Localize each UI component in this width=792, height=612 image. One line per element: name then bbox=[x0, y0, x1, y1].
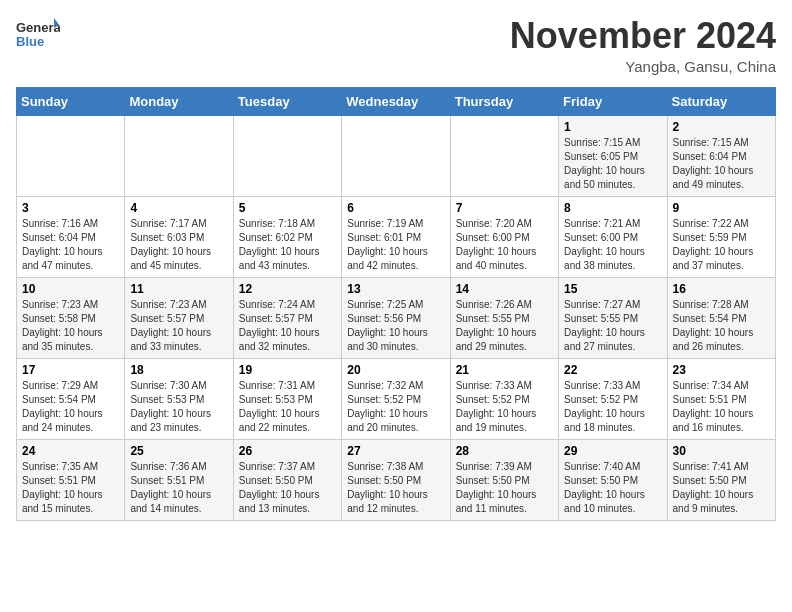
day-number: 14 bbox=[456, 282, 553, 296]
day-info: Sunrise: 7:23 AM Sunset: 5:57 PM Dayligh… bbox=[130, 298, 227, 354]
calendar-cell: 27Sunrise: 7:38 AM Sunset: 5:50 PM Dayli… bbox=[342, 439, 450, 520]
calendar-cell bbox=[233, 115, 341, 196]
day-info: Sunrise: 7:23 AM Sunset: 5:58 PM Dayligh… bbox=[22, 298, 119, 354]
day-info: Sunrise: 7:16 AM Sunset: 6:04 PM Dayligh… bbox=[22, 217, 119, 273]
day-number: 25 bbox=[130, 444, 227, 458]
calendar-week-row: 3Sunrise: 7:16 AM Sunset: 6:04 PM Daylig… bbox=[17, 196, 776, 277]
day-info: Sunrise: 7:27 AM Sunset: 5:55 PM Dayligh… bbox=[564, 298, 661, 354]
day-number: 30 bbox=[673, 444, 770, 458]
calendar-day-header: Monday bbox=[125, 87, 233, 115]
calendar-cell: 7Sunrise: 7:20 AM Sunset: 6:00 PM Daylig… bbox=[450, 196, 558, 277]
calendar-day-header: Sunday bbox=[17, 87, 125, 115]
day-info: Sunrise: 7:25 AM Sunset: 5:56 PM Dayligh… bbox=[347, 298, 444, 354]
calendar-cell: 17Sunrise: 7:29 AM Sunset: 5:54 PM Dayli… bbox=[17, 358, 125, 439]
page-header: General Blue November 2024 Yangba, Gansu… bbox=[16, 16, 776, 75]
calendar-cell bbox=[125, 115, 233, 196]
day-number: 20 bbox=[347, 363, 444, 377]
location: Yangba, Gansu, China bbox=[510, 58, 776, 75]
day-number: 1 bbox=[564, 120, 661, 134]
day-info: Sunrise: 7:20 AM Sunset: 6:00 PM Dayligh… bbox=[456, 217, 553, 273]
day-number: 2 bbox=[673, 120, 770, 134]
calendar-header-row: SundayMondayTuesdayWednesdayThursdayFrid… bbox=[17, 87, 776, 115]
calendar-cell: 18Sunrise: 7:30 AM Sunset: 5:53 PM Dayli… bbox=[125, 358, 233, 439]
day-info: Sunrise: 7:22 AM Sunset: 5:59 PM Dayligh… bbox=[673, 217, 770, 273]
title-block: November 2024 Yangba, Gansu, China bbox=[510, 16, 776, 75]
calendar-cell: 16Sunrise: 7:28 AM Sunset: 5:54 PM Dayli… bbox=[667, 277, 775, 358]
calendar-cell: 11Sunrise: 7:23 AM Sunset: 5:57 PM Dayli… bbox=[125, 277, 233, 358]
day-info: Sunrise: 7:40 AM Sunset: 5:50 PM Dayligh… bbox=[564, 460, 661, 516]
calendar-table: SundayMondayTuesdayWednesdayThursdayFrid… bbox=[16, 87, 776, 521]
logo-svg: General Blue bbox=[16, 16, 60, 60]
day-info: Sunrise: 7:24 AM Sunset: 5:57 PM Dayligh… bbox=[239, 298, 336, 354]
day-number: 3 bbox=[22, 201, 119, 215]
day-info: Sunrise: 7:39 AM Sunset: 5:50 PM Dayligh… bbox=[456, 460, 553, 516]
svg-text:Blue: Blue bbox=[16, 34, 44, 49]
calendar-cell: 13Sunrise: 7:25 AM Sunset: 5:56 PM Dayli… bbox=[342, 277, 450, 358]
calendar-cell: 12Sunrise: 7:24 AM Sunset: 5:57 PM Dayli… bbox=[233, 277, 341, 358]
day-info: Sunrise: 7:34 AM Sunset: 5:51 PM Dayligh… bbox=[673, 379, 770, 435]
day-info: Sunrise: 7:21 AM Sunset: 6:00 PM Dayligh… bbox=[564, 217, 661, 273]
calendar-cell: 28Sunrise: 7:39 AM Sunset: 5:50 PM Dayli… bbox=[450, 439, 558, 520]
svg-text:General: General bbox=[16, 20, 60, 35]
day-number: 18 bbox=[130, 363, 227, 377]
day-number: 4 bbox=[130, 201, 227, 215]
day-info: Sunrise: 7:31 AM Sunset: 5:53 PM Dayligh… bbox=[239, 379, 336, 435]
day-number: 26 bbox=[239, 444, 336, 458]
calendar-cell: 29Sunrise: 7:40 AM Sunset: 5:50 PM Dayli… bbox=[559, 439, 667, 520]
calendar-cell: 10Sunrise: 7:23 AM Sunset: 5:58 PM Dayli… bbox=[17, 277, 125, 358]
day-number: 17 bbox=[22, 363, 119, 377]
day-info: Sunrise: 7:33 AM Sunset: 5:52 PM Dayligh… bbox=[564, 379, 661, 435]
day-number: 16 bbox=[673, 282, 770, 296]
logo: General Blue bbox=[16, 16, 60, 60]
calendar-cell: 25Sunrise: 7:36 AM Sunset: 5:51 PM Dayli… bbox=[125, 439, 233, 520]
day-number: 5 bbox=[239, 201, 336, 215]
calendar-cell: 5Sunrise: 7:18 AM Sunset: 6:02 PM Daylig… bbox=[233, 196, 341, 277]
day-info: Sunrise: 7:41 AM Sunset: 5:50 PM Dayligh… bbox=[673, 460, 770, 516]
day-number: 28 bbox=[456, 444, 553, 458]
calendar-cell: 4Sunrise: 7:17 AM Sunset: 6:03 PM Daylig… bbox=[125, 196, 233, 277]
calendar-cell: 21Sunrise: 7:33 AM Sunset: 5:52 PM Dayli… bbox=[450, 358, 558, 439]
day-number: 10 bbox=[22, 282, 119, 296]
calendar-cell bbox=[342, 115, 450, 196]
calendar-cell: 8Sunrise: 7:21 AM Sunset: 6:00 PM Daylig… bbox=[559, 196, 667, 277]
calendar-week-row: 24Sunrise: 7:35 AM Sunset: 5:51 PM Dayli… bbox=[17, 439, 776, 520]
calendar-cell: 9Sunrise: 7:22 AM Sunset: 5:59 PM Daylig… bbox=[667, 196, 775, 277]
day-info: Sunrise: 7:17 AM Sunset: 6:03 PM Dayligh… bbox=[130, 217, 227, 273]
day-number: 8 bbox=[564, 201, 661, 215]
day-info: Sunrise: 7:33 AM Sunset: 5:52 PM Dayligh… bbox=[456, 379, 553, 435]
day-number: 23 bbox=[673, 363, 770, 377]
day-info: Sunrise: 7:26 AM Sunset: 5:55 PM Dayligh… bbox=[456, 298, 553, 354]
calendar-cell: 19Sunrise: 7:31 AM Sunset: 5:53 PM Dayli… bbox=[233, 358, 341, 439]
month-title: November 2024 bbox=[510, 16, 776, 56]
day-info: Sunrise: 7:35 AM Sunset: 5:51 PM Dayligh… bbox=[22, 460, 119, 516]
day-info: Sunrise: 7:30 AM Sunset: 5:53 PM Dayligh… bbox=[130, 379, 227, 435]
calendar-day-header: Saturday bbox=[667, 87, 775, 115]
calendar-cell: 20Sunrise: 7:32 AM Sunset: 5:52 PM Dayli… bbox=[342, 358, 450, 439]
day-info: Sunrise: 7:15 AM Sunset: 6:05 PM Dayligh… bbox=[564, 136, 661, 192]
day-number: 7 bbox=[456, 201, 553, 215]
calendar-cell: 30Sunrise: 7:41 AM Sunset: 5:50 PM Dayli… bbox=[667, 439, 775, 520]
calendar-cell: 14Sunrise: 7:26 AM Sunset: 5:55 PM Dayli… bbox=[450, 277, 558, 358]
day-info: Sunrise: 7:15 AM Sunset: 6:04 PM Dayligh… bbox=[673, 136, 770, 192]
calendar-cell: 2Sunrise: 7:15 AM Sunset: 6:04 PM Daylig… bbox=[667, 115, 775, 196]
calendar-week-row: 1Sunrise: 7:15 AM Sunset: 6:05 PM Daylig… bbox=[17, 115, 776, 196]
calendar-cell: 15Sunrise: 7:27 AM Sunset: 5:55 PM Dayli… bbox=[559, 277, 667, 358]
day-number: 12 bbox=[239, 282, 336, 296]
day-number: 29 bbox=[564, 444, 661, 458]
day-info: Sunrise: 7:29 AM Sunset: 5:54 PM Dayligh… bbox=[22, 379, 119, 435]
day-number: 11 bbox=[130, 282, 227, 296]
day-number: 19 bbox=[239, 363, 336, 377]
day-number: 13 bbox=[347, 282, 444, 296]
calendar-cell: 24Sunrise: 7:35 AM Sunset: 5:51 PM Dayli… bbox=[17, 439, 125, 520]
calendar-week-row: 10Sunrise: 7:23 AM Sunset: 5:58 PM Dayli… bbox=[17, 277, 776, 358]
day-number: 21 bbox=[456, 363, 553, 377]
day-info: Sunrise: 7:32 AM Sunset: 5:52 PM Dayligh… bbox=[347, 379, 444, 435]
day-info: Sunrise: 7:38 AM Sunset: 5:50 PM Dayligh… bbox=[347, 460, 444, 516]
calendar-cell: 1Sunrise: 7:15 AM Sunset: 6:05 PM Daylig… bbox=[559, 115, 667, 196]
day-number: 9 bbox=[673, 201, 770, 215]
day-number: 6 bbox=[347, 201, 444, 215]
calendar-week-row: 17Sunrise: 7:29 AM Sunset: 5:54 PM Dayli… bbox=[17, 358, 776, 439]
day-info: Sunrise: 7:37 AM Sunset: 5:50 PM Dayligh… bbox=[239, 460, 336, 516]
calendar-cell: 26Sunrise: 7:37 AM Sunset: 5:50 PM Dayli… bbox=[233, 439, 341, 520]
day-number: 22 bbox=[564, 363, 661, 377]
